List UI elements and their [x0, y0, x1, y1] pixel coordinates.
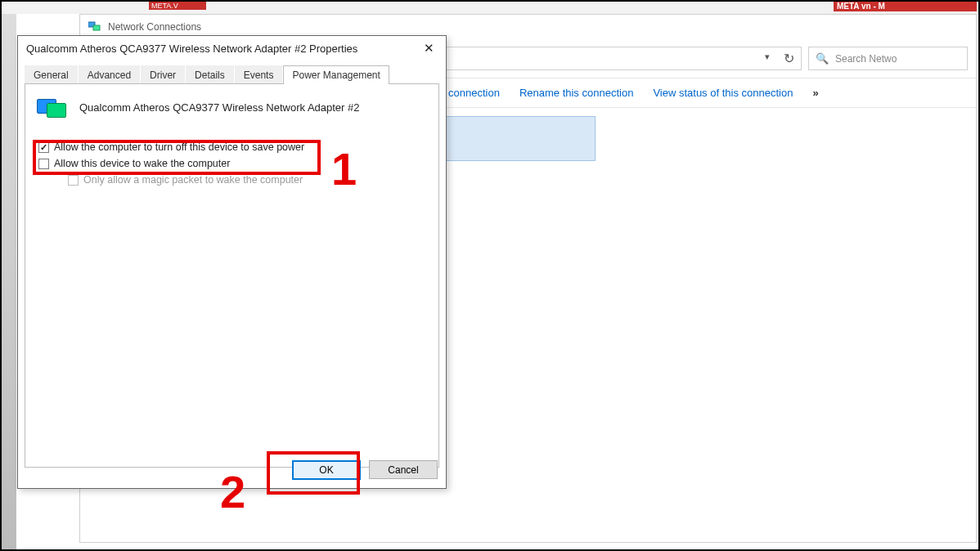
bg-left-strip: [2, 14, 16, 549]
tab-power-management[interactable]: Power Management: [283, 65, 389, 84]
monitors-icon: [37, 96, 70, 119]
tab-panel-power: Qualcomm Atheros QCA9377 Wireless Networ…: [25, 83, 439, 468]
cmd-status[interactable]: View status of this connection: [653, 87, 793, 99]
bg-tab-fragment-right: META vn - M: [834, 2, 977, 11]
search-input[interactable]: 🔍 Search Netwo: [808, 47, 968, 70]
tab-advanced[interactable]: Advanced: [79, 65, 140, 84]
cancel-button[interactable]: Cancel: [369, 460, 438, 479]
device-name-label: Qualcomm Atheros QCA9377 Wireless Networ…: [79, 101, 359, 114]
close-icon[interactable]: ✕: [420, 41, 438, 56]
search-icon: 🔍: [816, 52, 829, 65]
tab-driver[interactable]: Driver: [141, 65, 185, 84]
refresh-icon[interactable]: ↻: [784, 51, 794, 66]
tab-details[interactable]: Details: [186, 65, 234, 84]
dialog-title: Qualcomm Atheros QCA9377 Wireless Networ…: [26, 43, 357, 55]
cmd-more[interactable]: »: [812, 87, 818, 99]
checkbox-magic-packet: [68, 175, 79, 186]
properties-dialog: Qualcomm Atheros QCA9377 Wireless Networ…: [17, 35, 447, 489]
checkbox-allow-turn-off-label: Allow the computer to turn off this devi…: [54, 141, 304, 153]
window-title: Network Connections: [108, 21, 201, 33]
checkbox-magic-packet-label: Only allow a magic packet to wake the co…: [83, 174, 303, 186]
search-placeholder: Search Netwo: [835, 53, 897, 65]
bg-tab-fragment: META.V: [149, 2, 206, 10]
svg-rect-1: [93, 25, 100, 30]
network-icon: [88, 20, 101, 34]
checkbox-allow-wake[interactable]: [38, 159, 49, 169]
tab-row: General Advanced Driver Details Events P…: [18, 60, 446, 83]
checkbox-allow-turn-off[interactable]: [38, 142, 49, 153]
cmd-rename[interactable]: Rename this connection: [519, 87, 633, 99]
tab-general[interactable]: General: [25, 65, 78, 84]
chevron-down-icon[interactable]: ▾: [765, 52, 770, 62]
checkbox-allow-wake-label: Allow this device to wake the computer: [54, 158, 230, 169]
ok-button[interactable]: OK: [292, 460, 361, 480]
tab-events[interactable]: Events: [235, 65, 283, 84]
